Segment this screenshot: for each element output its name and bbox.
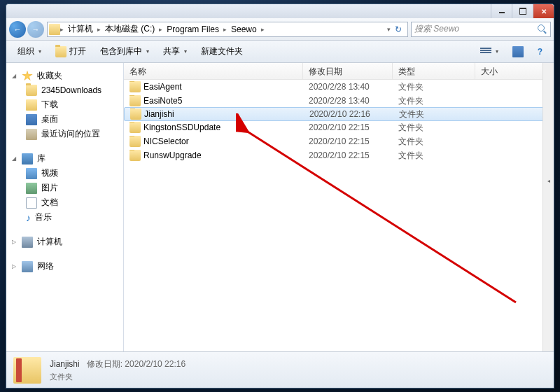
sidebar-library[interactable]: ◢ 库: [6, 151, 123, 166]
navbar: ← → ▸ 计算机 ▸ 本地磁盘 (C:) ▸ Program Files ▸ …: [6, 18, 554, 41]
organize-menu[interactable]: 组织: [12, 43, 47, 60]
document-icon: [26, 197, 37, 209]
details-type: 文件夹: [50, 372, 186, 382]
expand-icon: ▷: [12, 263, 18, 270]
titlebar: [6, 4, 554, 18]
sidebar-item-music[interactable]: ♪音乐: [6, 210, 123, 225]
sidebar-computer[interactable]: ▷ 计算机: [6, 234, 123, 249]
include-library-menu[interactable]: 包含到库中: [94, 43, 155, 60]
file-row[interactable]: EasiAgent2020/2/28 13:40文件夹: [124, 80, 554, 94]
file-date: 2020/2/28 13:40: [303, 82, 393, 92]
file-name: EasiAgent: [144, 82, 182, 92]
file-date: 2020/2/10 22:15: [303, 122, 393, 132]
collapse-icon: ◢: [12, 155, 18, 162]
folder-icon: [130, 95, 141, 106]
recent-icon: [26, 129, 37, 140]
sidebar-item-downloads[interactable]: 下载: [6, 97, 123, 112]
help-button[interactable]: ?: [532, 44, 548, 59]
view-menu[interactable]: [475, 45, 504, 59]
file-type: 文件夹: [393, 81, 475, 93]
sidebar-item-2345downloads[interactable]: 2345Downloads: [6, 83, 123, 97]
file-date: 2020/2/10 22:15: [303, 150, 393, 160]
folder-icon: [130, 136, 141, 147]
sidebar-item-pictures[interactable]: 图片: [6, 181, 123, 195]
file-date: 2020/2/28 13:40: [303, 96, 393, 106]
file-list: 名称 修改日期 类型 大小 EasiAgent2020/2/28 13:40文件…: [124, 63, 554, 351]
desktop-icon: [26, 114, 37, 125]
download-icon: [26, 99, 37, 111]
vertical-scrollbar[interactable]: ◂: [542, 63, 554, 351]
pictures-icon: [26, 183, 37, 194]
file-type: 文件夹: [393, 108, 476, 120]
video-icon: [26, 168, 37, 179]
file-rows: EasiAgent2020/2/28 13:40文件夹EasiNote52020…: [124, 80, 554, 351]
file-name: NICSelector: [144, 136, 189, 146]
content: ◢ 收藏夹 2345Downloads 下载 桌面 最近访问的位置 ◢ 库 视频…: [6, 63, 554, 351]
sidebar-favorites[interactable]: ◢ 收藏夹: [6, 69, 123, 83]
breadcrumb-seg[interactable]: 本地磁盘 (C:): [101, 22, 159, 36]
share-menu[interactable]: 共享: [158, 43, 192, 60]
search-icon: [538, 24, 547, 34]
refresh-button[interactable]: ↻: [391, 24, 406, 34]
maximize-button[interactable]: [512, 4, 533, 18]
close-button[interactable]: [533, 4, 554, 18]
preview-pane-button[interactable]: [507, 43, 529, 60]
breadcrumb[interactable]: ▸ 计算机 ▸ 本地磁盘 (C:) ▸ Program Files ▸ Seew…: [47, 22, 408, 37]
sidebar-item-desktop[interactable]: 桌面: [6, 112, 123, 127]
breadcrumb-seg[interactable]: 计算机: [64, 22, 97, 36]
file-type: 文件夹: [393, 150, 475, 162]
file-name: Jianjishi: [144, 109, 174, 119]
file-row[interactable]: RunswUpgrade2020/2/10 22:15文件夹: [124, 148, 554, 162]
file-row[interactable]: KingstonSSDUpdate2020/2/10 22:15文件夹: [124, 120, 554, 134]
folder-icon: [130, 108, 141, 120]
explorer-window: ← → ▸ 计算机 ▸ 本地磁盘 (C:) ▸ Program Files ▸ …: [6, 4, 554, 388]
back-button[interactable]: ←: [9, 21, 26, 38]
file-date: 2020/2/10 22:16: [304, 109, 393, 119]
chevron-right-icon: ▸: [261, 26, 265, 33]
folder-icon: [13, 357, 41, 384]
view-icon: [480, 48, 491, 56]
details-name: Jianjishi: [50, 359, 80, 369]
sidebar-item-documents[interactable]: 文档: [6, 195, 123, 210]
drive-icon: [49, 24, 60, 35]
network-icon: [22, 261, 33, 272]
folder-icon: [130, 122, 141, 133]
file-type: 文件夹: [393, 95, 475, 107]
file-type: 文件夹: [393, 136, 475, 148]
folder-open-icon: [55, 46, 66, 57]
file-name: RunswUpgrade: [144, 150, 202, 160]
file-row[interactable]: EasiNote52020/2/28 13:40文件夹: [124, 94, 554, 108]
sidebar-network[interactable]: ▷ 网络: [6, 259, 123, 274]
folder-icon: [130, 81, 141, 92]
breadcrumb-seg[interactable]: Program Files: [162, 22, 223, 36]
collapse-icon: ◢: [12, 73, 18, 79]
breadcrumb-seg[interactable]: Seewo: [227, 22, 261, 36]
file-name: KingstonSSDUpdate: [144, 122, 220, 132]
details-meta: 修改日期: 2020/2/10 22:16: [87, 359, 186, 369]
search-input[interactable]: 搜索 Seewo: [411, 22, 551, 37]
column-name[interactable]: 名称: [124, 63, 303, 79]
folder-icon: [130, 150, 141, 161]
details-pane: Jianjishi 修改日期: 2020/2/10 22:16 文件夹: [6, 351, 554, 388]
minimize-button[interactable]: [491, 4, 512, 18]
toolbar: 组织 打开 包含到库中 共享 新建文件夹 ?: [6, 41, 554, 63]
file-row[interactable]: Jianjishi2020/2/10 22:16文件夹: [124, 107, 554, 121]
computer-icon: [22, 237, 33, 248]
folder-icon: [26, 85, 37, 96]
new-folder-button[interactable]: 新建文件夹: [195, 43, 248, 60]
music-icon: ♪: [26, 213, 31, 223]
library-icon: [22, 153, 33, 164]
file-date: 2020/2/10 22:15: [303, 136, 393, 146]
column-date[interactable]: 修改日期: [303, 63, 393, 79]
forward-button[interactable]: →: [27, 21, 44, 38]
column-headers: 名称 修改日期 类型 大小: [124, 63, 554, 80]
sidebar-item-recent[interactable]: 最近访问的位置: [6, 127, 123, 141]
pane-icon: [512, 46, 524, 57]
open-button[interactable]: 打开: [50, 43, 92, 60]
chevron-left-icon[interactable]: ◂: [543, 175, 554, 186]
sidebar: ◢ 收藏夹 2345Downloads 下载 桌面 最近访问的位置 ◢ 库 视频…: [6, 63, 124, 351]
file-row[interactable]: NICSelector2020/2/10 22:15文件夹: [124, 134, 554, 148]
file-type: 文件夹: [393, 122, 475, 134]
sidebar-item-video[interactable]: 视频: [6, 166, 123, 181]
column-type[interactable]: 类型: [393, 63, 475, 79]
